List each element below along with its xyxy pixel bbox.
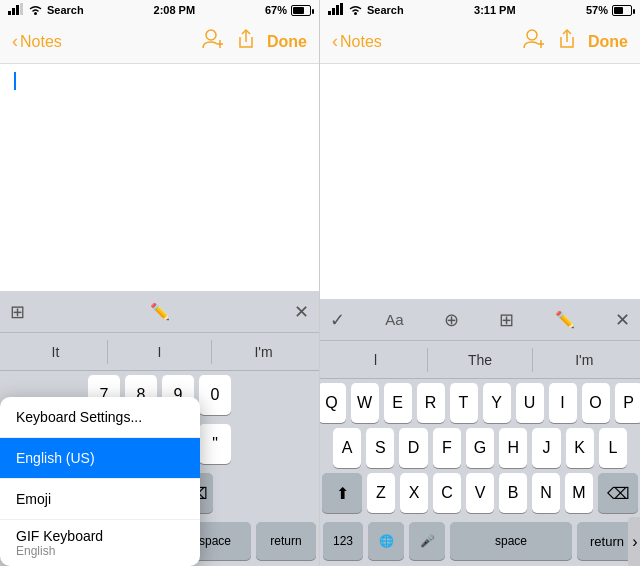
key-g[interactable]: G <box>466 428 494 468</box>
left-predictive-bar: It I I'm <box>0 333 319 371</box>
left-battery-icon <box>291 5 311 16</box>
key-shift[interactable]: ⬆ <box>322 473 362 513</box>
right-time: 3:11 PM <box>474 4 516 16</box>
left-pencil-icon[interactable]: ✏️ <box>150 302 170 321</box>
emoji-item[interactable]: Emoji <box>0 479 200 520</box>
right-note-content[interactable] <box>320 64 640 299</box>
left-pred-3[interactable]: I'm <box>211 340 315 364</box>
left-back-button[interactable]: ‹ Notes <box>12 31 62 52</box>
left-add-person-icon[interactable] <box>201 28 225 55</box>
key-c[interactable]: C <box>433 473 461 513</box>
svg-point-22 <box>354 12 357 15</box>
left-time: 2:08 PM <box>154 4 196 16</box>
left-screen: Search 2:08 PM 67% ‹ Notes <box>0 0 320 566</box>
right-back-button[interactable]: ‹ Notes <box>332 31 382 52</box>
left-share-icon[interactable] <box>237 28 255 55</box>
right-pencil-icon[interactable]: ✏️ <box>555 310 575 329</box>
left-status-bar: Search 2:08 PM 67% <box>0 0 319 20</box>
left-space-label: space <box>199 534 231 548</box>
left-wifi <box>28 3 43 17</box>
right-space-key[interactable]: space <box>450 522 572 560</box>
key-o[interactable]: O <box>582 383 610 423</box>
key-w[interactable]: W <box>351 383 379 423</box>
key-r[interactable]: R <box>417 383 445 423</box>
right-aa-icon[interactable]: Aa <box>385 311 403 328</box>
svg-point-23 <box>527 30 537 40</box>
right-pred-1[interactable]: l <box>324 348 427 372</box>
key-k[interactable]: K <box>566 428 594 468</box>
key-q[interactable]: Q <box>318 383 346 423</box>
key-y[interactable]: Y <box>483 383 511 423</box>
right-battery-fill <box>614 7 623 14</box>
left-signal <box>8 3 24 17</box>
right-status-bar: Search 3:11 PM 57% <box>320 0 640 20</box>
gif-keyboard-sublabel: English <box>16 544 184 558</box>
right-keyboard-bottom: 123 🌐 🎤 space return › <box>320 518 640 566</box>
left-battery-label: 67% <box>265 4 287 16</box>
key-s[interactable]: S <box>366 428 394 468</box>
key-a[interactable]: A <box>333 428 361 468</box>
key-e[interactable]: E <box>384 383 412 423</box>
left-pred-2[interactable]: I <box>107 340 211 364</box>
left-return-label: return <box>270 534 301 548</box>
right-pred-2[interactable]: The <box>427 348 531 372</box>
key-i[interactable]: I <box>549 383 577 423</box>
key-0[interactable]: 0 <box>199 375 231 415</box>
key-j[interactable]: J <box>532 428 560 468</box>
left-return-key[interactable]: return <box>256 522 316 560</box>
right-add-person-icon[interactable] <box>522 28 546 55</box>
right-plus-icon[interactable]: ⊕ <box>444 309 459 331</box>
key-h[interactable]: H <box>499 428 527 468</box>
key-x[interactable]: X <box>400 473 428 513</box>
key-d[interactable]: D <box>399 428 427 468</box>
key-quote[interactable]: " <box>199 424 231 464</box>
left-keyboard-grid-icon[interactable]: ⊞ <box>10 301 25 323</box>
key-p[interactable]: P <box>615 383 641 423</box>
right-share-icon[interactable] <box>558 28 576 55</box>
left-pred-1[interactable]: It <box>4 340 107 364</box>
right-check-icon[interactable]: ✓ <box>330 309 345 331</box>
svg-point-4 <box>34 12 37 15</box>
left-done-button[interactable]: Done <box>267 33 307 51</box>
keyboard-settings-item[interactable]: Keyboard Settings... <box>0 397 200 438</box>
svg-rect-0 <box>8 11 11 15</box>
svg-point-5 <box>206 30 216 40</box>
key-z[interactable]: Z <box>367 473 395 513</box>
right-numbers-key[interactable]: 123 <box>323 522 363 560</box>
right-close-icon[interactable]: ✕ <box>615 309 630 331</box>
gif-keyboard-item[interactable]: GIF Keyboard English <box>0 520 200 566</box>
qwerty-row2: A S D F G H J K L <box>323 428 637 468</box>
language-picker-popup: Keyboard Settings... English (US) Emoji … <box>0 397 200 566</box>
key-b[interactable]: B <box>499 473 527 513</box>
right-battery-icon <box>612 5 632 16</box>
right-battery-label: 57% <box>586 4 608 16</box>
left-close-icon[interactable]: ✕ <box>294 301 309 323</box>
key-u[interactable]: U <box>516 383 544 423</box>
key-t[interactable]: T <box>450 383 478 423</box>
right-globe-key[interactable]: 🌐 <box>368 522 404 560</box>
right-space-label: space <box>495 534 527 548</box>
gif-keyboard-label: GIF Keyboard <box>16 528 103 544</box>
left-back-chevron: ‹ <box>12 31 18 52</box>
key-backspace[interactable]: ⌫ <box>598 473 638 513</box>
svg-rect-19 <box>332 8 335 15</box>
right-done-button[interactable]: Done <box>588 33 628 51</box>
key-v[interactable]: V <box>466 473 494 513</box>
left-back-label: Notes <box>20 33 62 51</box>
key-l[interactable]: L <box>599 428 627 468</box>
right-signal <box>328 3 344 17</box>
right-wifi <box>348 3 363 17</box>
key-n[interactable]: N <box>532 473 560 513</box>
right-grid-icon[interactable]: ⊞ <box>499 309 514 331</box>
key-f[interactable]: F <box>433 428 461 468</box>
left-network-label: Search <box>47 4 84 16</box>
right-arrow-handle[interactable]: › <box>628 517 640 566</box>
right-screen: Search 3:11 PM 57% ‹ Notes <box>320 0 640 566</box>
right-pred-3[interactable]: I'm <box>532 348 636 372</box>
key-m[interactable]: M <box>565 473 593 513</box>
left-note-content[interactable] <box>0 64 319 291</box>
right-keyboard: ✓ Aa ⊕ ⊞ ✏️ ✕ l The I'm Q W E R T Y U I … <box>320 299 640 566</box>
english-us-item[interactable]: English (US) <box>0 438 200 479</box>
right-mic-key[interactable]: 🎤 <box>409 522 445 560</box>
qwerty-row1: Q W E R T Y U I O P <box>323 383 637 423</box>
